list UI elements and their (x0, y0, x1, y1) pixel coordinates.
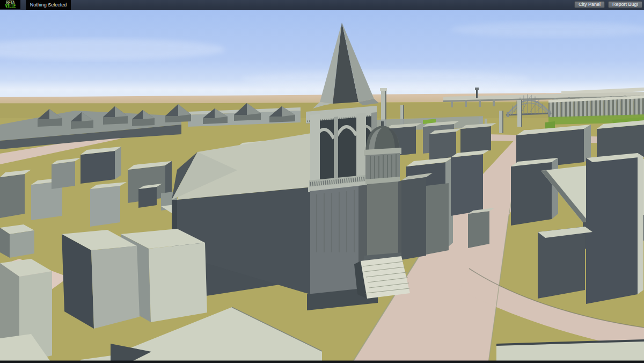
topbar-buttons: City Panel Report Bug! (574, 0, 642, 9)
betaville-logo: BETA VILLE (0, 0, 20, 9)
top-menu-bar: BETA VILLE Nothing Selected City Panel R… (0, 0, 644, 10)
bottom-edge (0, 361, 644, 363)
tower-shaft (310, 186, 358, 303)
report-bug-button[interactable]: Report Bug! (608, 1, 642, 8)
selection-status: Nothing Selected (26, 0, 71, 10)
mast (476, 89, 478, 98)
logo-line2: VILLE (0, 4, 20, 8)
city-3d-viewport[interactable] (0, 0, 644, 363)
entrance-steps (361, 256, 410, 299)
betaville-window: BETA VILLE Nothing Selected City Panel R… (0, 0, 644, 363)
city-panel-button[interactable]: City Panel (574, 1, 605, 8)
